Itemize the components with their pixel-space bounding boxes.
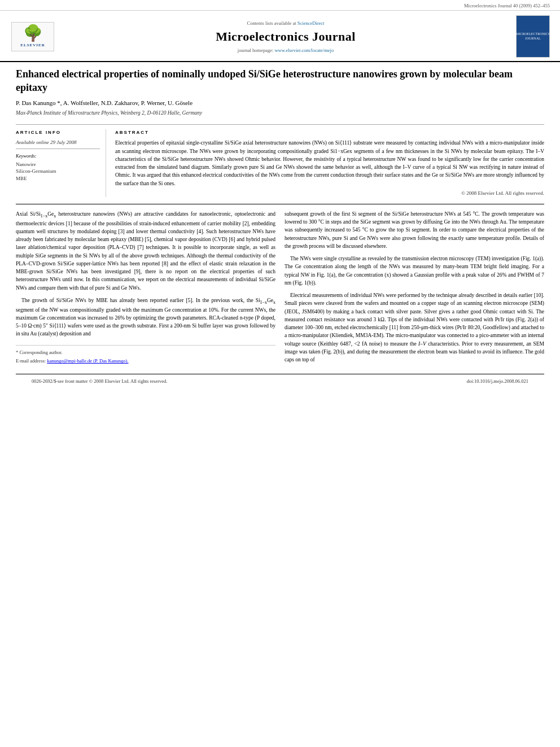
divider bbox=[16, 148, 100, 149]
abstract-col: ABSTRACT Electrical properties of epitax… bbox=[115, 129, 544, 197]
journal-cover-image: MICROELECTRONICS JOURNAL bbox=[516, 15, 550, 58]
journal-main-title: Microelectronics Journal bbox=[61, 28, 510, 46]
footnote-email: E-mail address: kanungo@mpi-halle.de (P.… bbox=[16, 357, 275, 365]
bottom-bar-left: 0026-2692/$-see front matter © 2008 Else… bbox=[32, 378, 167, 385]
abstract-text: Electrical properties of epitaxial singl… bbox=[115, 139, 544, 187]
journal-header: 🌳 ELSEVIER Contents lists available at S… bbox=[0, 11, 560, 62]
journal-homepage: journal homepage: www.elsevier.com/locat… bbox=[61, 47, 510, 54]
elsevier-logo-img: 🌳 ELSEVIER bbox=[11, 22, 54, 51]
article-authors: P. Das Kanungo *, A. Wolfsteller, N.D. Z… bbox=[16, 99, 544, 108]
journal-title-block: Contents lists available at ScienceDirec… bbox=[61, 20, 510, 54]
bottom-bar-right: doi:10.1016/j.mejo.2008.06.021 bbox=[467, 378, 528, 385]
bottom-bar: 0026-2692/$-see front matter © 2008 Else… bbox=[16, 374, 544, 388]
article-info-abstract-section: ARTICLE INFO Available online 29 July 20… bbox=[16, 124, 544, 197]
body-col2-para3: Electrical measurements of individual NW… bbox=[285, 291, 544, 364]
available-online: Available online 29 July 2008 bbox=[16, 139, 100, 146]
elsevier-logo: 🌳 ELSEVIER bbox=[10, 22, 55, 51]
body-col1-para1: Axial Si/Si1−xGex heterostructure nanowi… bbox=[16, 210, 275, 292]
keyword-nanowire: Nanowire bbox=[16, 161, 100, 168]
body-col-1: Axial Si/Si1−xGex heterostructure nanowi… bbox=[16, 210, 275, 369]
keywords-label: Keywords: bbox=[16, 152, 100, 159]
footnote-email-link[interactable]: kanungo@mpi-halle.de (P. Das Kanungo). bbox=[47, 358, 128, 364]
abstract-heading: ABSTRACT bbox=[115, 129, 544, 136]
footnote-area: * Corresponding author. E-mail address: … bbox=[16, 345, 275, 365]
journal-top-bar: Microelectronics Journal 40 (2009) 452–4… bbox=[0, 0, 560, 11]
elsevier-text: ELSEVIER bbox=[20, 42, 45, 48]
body-col1-para2: The growth of Si/SiGe NWs by MBE has alr… bbox=[16, 296, 275, 338]
copyright: © 2008 Elsevier Ltd. All rights reserved… bbox=[115, 190, 544, 197]
keyword-mbe: MBE bbox=[16, 175, 100, 182]
article-affiliation: Max-Planck Institute of Microstructure P… bbox=[16, 110, 544, 117]
article-title: Enhanced electrical properties of nomina… bbox=[16, 68, 544, 94]
keyword-silicon-germanium: Silicon-Germanium bbox=[16, 168, 100, 175]
sciencedirect-info: Contents lists available at ScienceDirec… bbox=[61, 20, 510, 27]
body-col-2: subsequent growth of the first Si segmen… bbox=[285, 210, 544, 369]
journal-homepage-link[interactable]: www.elsevier.com/locate/mejo bbox=[274, 47, 334, 53]
body-col2-para1: subsequent growth of the first Si segmen… bbox=[285, 210, 544, 250]
journal-cover-text: MICROELECTRONICS JOURNAL bbox=[515, 31, 551, 42]
sciencedirect-link[interactable]: ScienceDirect bbox=[298, 20, 325, 26]
article-content: Enhanced electrical properties of nomina… bbox=[0, 62, 560, 394]
article-info-heading: ARTICLE INFO bbox=[16, 129, 100, 136]
article-info-col: ARTICLE INFO Available online 29 July 20… bbox=[16, 129, 106, 197]
page-container: Microelectronics Journal 40 (2009) 452–4… bbox=[0, 0, 560, 394]
footnote-corresponding: * Corresponding author. bbox=[16, 349, 275, 356]
body-col2-para2: The NWs were single crystalline as revea… bbox=[285, 255, 544, 287]
body-two-col: Axial Si/Si1−xGex heterostructure nanowi… bbox=[16, 204, 544, 369]
journal-volume-info: Microelectronics Journal 40 (2009) 452–4… bbox=[464, 3, 550, 8]
